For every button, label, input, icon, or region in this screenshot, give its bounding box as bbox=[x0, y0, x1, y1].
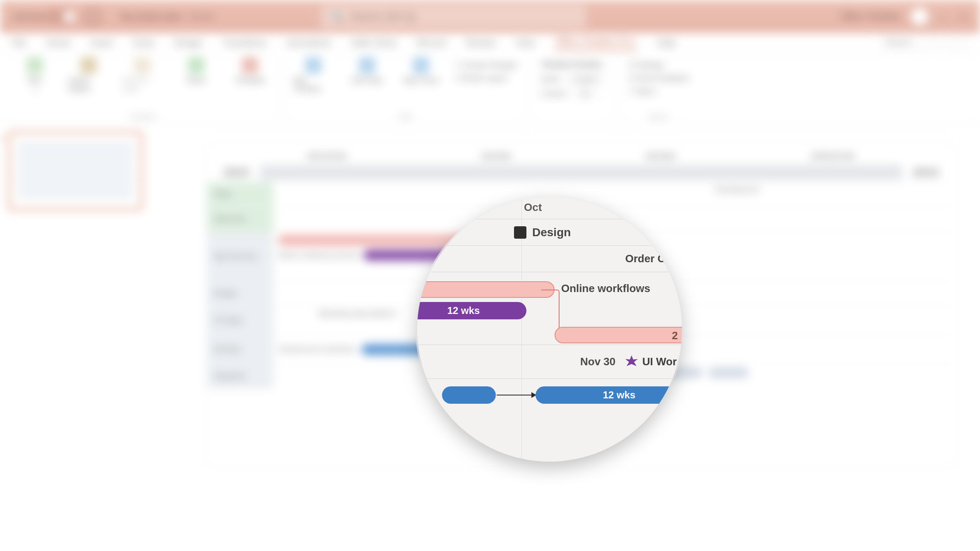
phase-headers: INITIATION REVIEW REVIEW OPERATION bbox=[207, 144, 955, 163]
quick-label: Quick bbox=[541, 75, 560, 83]
template-label: Template bbox=[235, 76, 265, 85]
phase-label: INITIATION bbox=[307, 152, 346, 161]
style-pane-label: Style Pane bbox=[403, 76, 439, 85]
tab-file[interactable]: File bbox=[12, 38, 26, 48]
task-label: Infrastructure downtime bbox=[278, 345, 356, 354]
save-icon[interactable] bbox=[86, 10, 100, 24]
duration-label: 12 wks bbox=[447, 305, 480, 316]
slide-thumbnail[interactable] bbox=[8, 132, 142, 210]
settings-button[interactable]: ⚙ Settings bbox=[629, 60, 664, 69]
task-label: Online workflows bbox=[561, 282, 650, 295]
global-search[interactable]: 🔍 Search (Alt+Q) bbox=[321, 5, 586, 28]
new-button[interactable]: New▾ bbox=[15, 57, 55, 94]
phase-label: REVIEW bbox=[482, 152, 511, 161]
tab-help[interactable]: Help bbox=[657, 38, 675, 48]
custom-position-row: Custom 25 bbox=[541, 89, 598, 98]
toggle-track bbox=[47, 10, 77, 24]
ribbon-tabs: File Home Insert Draw Design Transitions… bbox=[0, 33, 980, 53]
milestone-marker-icon[interactable] bbox=[514, 226, 526, 239]
edit-data-button[interactable]: Edit Data bbox=[347, 57, 387, 85]
tab-animations[interactable]: Animations bbox=[286, 38, 331, 48]
calendar-icon bbox=[305, 57, 322, 74]
accept-changes-button[interactable]: ✔ Accept Changes bbox=[455, 60, 517, 69]
autosave-toggle[interactable]: On bbox=[60, 10, 76, 24]
thumbnail-preview bbox=[18, 143, 133, 199]
edit-timeline-button[interactable]: Edit Timeline bbox=[293, 57, 333, 93]
lens-order-row: Order Ca bbox=[417, 246, 682, 272]
toggle-knob bbox=[64, 11, 75, 22]
tab-home[interactable]: Home bbox=[46, 38, 70, 48]
tab-office-timeline[interactable]: Office Timeline Pro+ bbox=[555, 36, 637, 50]
tab-transitions[interactable]: Transitions bbox=[222, 38, 267, 48]
import-label: Import Export bbox=[69, 76, 108, 93]
window-titlebar: AutoSave On My project plan Saved 🔍 Sear… bbox=[0, 0, 980, 33]
dependency-connector bbox=[541, 290, 560, 328]
template-button[interactable]: Template bbox=[230, 57, 270, 85]
ribbon-group-edit: Edit Timeline Edit Data Style Pane ✔ Acc… bbox=[282, 57, 529, 121]
timeline-position-heading: Timeline Position bbox=[541, 60, 603, 69]
task-bar-pink2[interactable] bbox=[555, 327, 682, 343]
reset-layout-button[interactable]: ↺ Reset Layout bbox=[455, 74, 507, 83]
swimlane-label: DevOps bbox=[207, 335, 273, 364]
swimlane-label: Snapshot bbox=[207, 364, 273, 388]
record-button[interactable]: Record bbox=[879, 36, 918, 50]
quick-select[interactable]: Custom bbox=[565, 74, 605, 84]
document-save-state: Saved bbox=[188, 11, 214, 22]
duration-label: 12 wks bbox=[603, 389, 636, 401]
milestone-label: Development bbox=[715, 185, 950, 194]
year-right: 2023 bbox=[913, 166, 939, 179]
template-icon bbox=[242, 57, 258, 74]
milestone-label: UI Wor bbox=[642, 355, 677, 368]
refresh-icon bbox=[134, 57, 151, 74]
feedback-button[interactable]: ✉ Send Feedback bbox=[629, 74, 689, 83]
style-pane-button[interactable]: Style Pane bbox=[401, 57, 441, 85]
share-icon bbox=[188, 57, 204, 74]
ribbon-group-addin: ⚙ Settings ✉ Send Feedback ? Help ▾ Add-… bbox=[617, 57, 701, 121]
edit-data-label: Edit Data bbox=[352, 76, 382, 85]
tab-draw[interactable]: Draw bbox=[133, 38, 154, 48]
new-label: New bbox=[27, 76, 42, 85]
time-scale-row: 2023 2023 bbox=[207, 163, 955, 182]
help-button[interactable]: ? Help ▾ bbox=[629, 87, 656, 96]
ribbon-group-caption: Add-in bbox=[649, 110, 669, 121]
edit-timeline-label: Edit Timeline bbox=[293, 76, 333, 93]
task-bar-blue-left[interactable] bbox=[442, 386, 496, 404]
import-export-button[interactable]: Import Export bbox=[69, 57, 108, 93]
autosave-label: AutoSave bbox=[12, 11, 52, 22]
lens-ui-row: Nov 30 UI Wor bbox=[417, 345, 682, 379]
ribbon-collapse-icon[interactable]: ˅ bbox=[923, 36, 941, 50]
time-scale bbox=[260, 165, 902, 180]
tab-record[interactable]: Record bbox=[417, 38, 446, 48]
year-left: 2023 bbox=[223, 166, 249, 179]
search-icon: 🔍 bbox=[331, 11, 343, 22]
ribbon-group-caption: Timeline bbox=[129, 110, 156, 121]
share-button[interactable]: Share bbox=[176, 57, 216, 85]
ribbon-group-caption: Edit bbox=[399, 110, 411, 121]
task-bar-online-workflows[interactable] bbox=[417, 281, 555, 298]
starburst-icon[interactable] bbox=[625, 355, 638, 369]
lens-content: Oct Design Order Ca Online workflows 12 … bbox=[417, 197, 682, 462]
tab-view[interactable]: View bbox=[516, 38, 535, 48]
style-icon bbox=[413, 57, 429, 74]
window-min-icon[interactable]: — bbox=[939, 11, 948, 22]
task-label: Sales & delivery process bbox=[278, 251, 360, 260]
tab-design[interactable]: Design bbox=[174, 38, 202, 48]
tab-insert[interactable]: Insert bbox=[90, 38, 113, 48]
tab-slideshow[interactable]: Slide Show bbox=[351, 38, 397, 48]
task-bar-purple[interactable]: 12 wks bbox=[417, 302, 526, 319]
phase-label: REVIEW bbox=[646, 152, 675, 161]
account-name[interactable]: Office Timeline bbox=[840, 11, 900, 22]
window-max-icon[interactable]: ▢ bbox=[959, 11, 968, 22]
ribbon-overflow-icon[interactable]: ⋯ bbox=[947, 36, 968, 50]
lens-blue-row: 12 wks bbox=[417, 379, 682, 424]
tab-review[interactable]: Review bbox=[466, 38, 496, 48]
swimlane-label: App Services bbox=[207, 232, 273, 281]
quick-position-row: Quick Custom bbox=[541, 75, 605, 84]
avatar[interactable] bbox=[911, 8, 928, 25]
lane: Development bbox=[273, 182, 955, 206]
share-label: Share bbox=[186, 76, 206, 85]
task-bar-blue-right[interactable]: 12 wks bbox=[536, 386, 682, 404]
custom-input[interactable]: 25 bbox=[572, 88, 598, 99]
dependency-arrow bbox=[497, 395, 536, 395]
refresh-button[interactable]: Refresh Data bbox=[122, 57, 162, 93]
